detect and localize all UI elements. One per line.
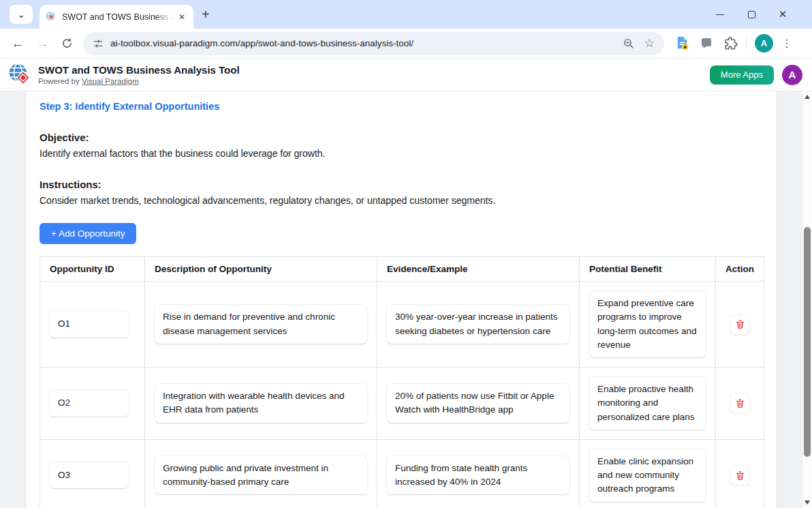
delete-row-button[interactable]: [730, 465, 750, 485]
extensions-area: [675, 36, 738, 50]
tab-search-button[interactable]: ⌄: [10, 5, 33, 24]
table-row: O3 Growing public and private investment…: [40, 439, 764, 508]
trash-icon: [735, 398, 745, 408]
browser-menu-kebab-icon[interactable]: ⋮: [781, 37, 792, 50]
browser-profile-avatar[interactable]: A: [755, 34, 773, 53]
scrollbar-up-icon[interactable]: [805, 95, 810, 99]
tab-close-icon[interactable]: ✕: [176, 11, 188, 23]
main-panel: Step 3: Identify External Opportunities …: [25, 91, 777, 508]
table-header-row: Opportunity ID Description of Opportunit…: [40, 257, 764, 282]
minimize-icon: [716, 14, 724, 15]
favicon-icon: [45, 11, 57, 23]
visual-paradigm-link[interactable]: Visual Paradigm: [82, 77, 139, 85]
user-avatar[interactable]: A: [782, 65, 802, 85]
visual-paradigm-logo: [7, 63, 32, 87]
opportunity-id-input[interactable]: O3: [49, 462, 129, 489]
delete-row-button[interactable]: [730, 314, 750, 335]
header-benefit: Potential Benefit: [580, 257, 716, 282]
page-scrollbar[interactable]: [802, 91, 812, 508]
header-evidence: Evidence/Example: [377, 257, 580, 282]
header-opportunity-id: Opportunity ID: [40, 257, 145, 282]
evidence-input[interactable]: 30% year-over-year increase in patients …: [386, 304, 570, 344]
reload-button[interactable]: [57, 34, 76, 53]
tab-strip: ⌄ SWOT and TOWS Business Anal ✕ + ✕: [0, 0, 812, 29]
opportunity-id-input[interactable]: O2: [49, 389, 129, 417]
app-header: SWOT and TOWS Business Analysis Tool Pow…: [0, 59, 812, 91]
maximize-icon: [748, 11, 755, 18]
close-icon: ✕: [779, 8, 787, 20]
browser-toolbar: ← → ai-toolbox.visual-paradigm.com/app/s…: [0, 29, 812, 59]
more-apps-button[interactable]: More Apps: [710, 65, 774, 85]
scrollbar-down-icon[interactable]: [805, 500, 810, 505]
tab-title: SWOT and TOWS Business Anal: [62, 12, 176, 22]
description-input[interactable]: Growing public and private investment in…: [154, 455, 368, 496]
active-tab[interactable]: SWOT and TOWS Business Anal ✕: [40, 5, 193, 29]
instructions-label: Instructions:: [40, 179, 763, 190]
benefit-input[interactable]: Enable clinic expansion and new communit…: [589, 449, 706, 503]
description-input[interactable]: Rise in demand for preventive and chroni…: [154, 304, 368, 344]
new-tab-button[interactable]: +: [202, 8, 210, 21]
add-opportunity-button[interactable]: + Add Opportunity: [40, 223, 136, 244]
close-button[interactable]: ✕: [767, 0, 798, 29]
trash-icon: [735, 470, 745, 481]
objective-label: Objective:: [40, 132, 763, 143]
toolbar-divider: [746, 38, 747, 50]
bookmark-star-icon[interactable]: ☆: [644, 38, 655, 49]
browser-window: ⌄ SWOT and TOWS Business Anal ✕ + ✕: [0, 0, 812, 508]
table-row: O2 Integration with wearable health devi…: [40, 368, 764, 440]
objective-text: Identify external factors that the busin…: [40, 148, 763, 159]
benefit-input[interactable]: Expand preventive care programs to impro…: [589, 290, 706, 358]
benefit-input[interactable]: Enable proactive health monitoring and p…: [589, 376, 706, 430]
header-description: Description of Opportunity: [145, 257, 377, 282]
instructions-text: Consider market trends, technological ad…: [40, 195, 763, 206]
description-input[interactable]: Integration with wearable health devices…: [154, 383, 368, 423]
url-text[interactable]: ai-toolbox.visual-paradigm.com/app/swot-…: [110, 38, 623, 48]
site-settings-icon[interactable]: [93, 38, 104, 49]
header-action: Action: [716, 257, 764, 282]
page-content: Step 3: Identify External Opportunities …: [0, 91, 812, 508]
docs-offline-extension-icon[interactable]: [675, 36, 689, 50]
scrollbar-thumb[interactable]: [804, 227, 811, 457]
chevron-down-icon: ⌄: [17, 9, 25, 20]
app-title: SWOT and TOWS Business Analysis Tool: [38, 64, 240, 76]
back-button[interactable]: ←: [8, 34, 27, 53]
opportunity-id-input[interactable]: O1: [49, 310, 129, 338]
powered-by: Powered by Visual Paradigm: [38, 77, 240, 85]
extensions-puzzle-icon[interactable]: [723, 36, 738, 50]
window-controls: ✕: [704, 0, 812, 29]
minimize-button[interactable]: [704, 0, 736, 29]
chat-bubble-extension-icon[interactable]: [700, 38, 713, 50]
evidence-input[interactable]: 20% of patients now use Fitbit or Apple …: [386, 383, 570, 423]
forward-button[interactable]: →: [33, 34, 52, 53]
table-row: O1 Rise in demand for preventive and chr…: [40, 282, 764, 368]
opportunities-table: Opportunity ID Description of Opportunit…: [40, 256, 764, 508]
app-titles: SWOT and TOWS Business Analysis Tool Pow…: [38, 64, 240, 85]
reload-icon: [61, 38, 73, 49]
trash-icon: [735, 319, 745, 329]
maximize-button[interactable]: [736, 0, 767, 29]
step-title: Step 3: Identify External Opportunities: [40, 101, 763, 112]
delete-row-button[interactable]: [730, 393, 750, 413]
evidence-input[interactable]: Funding from state health grants increas…: [386, 455, 570, 496]
zoom-out-icon[interactable]: [623, 38, 635, 50]
address-bar[interactable]: ai-toolbox.visual-paradigm.com/app/swot-…: [83, 32, 664, 55]
